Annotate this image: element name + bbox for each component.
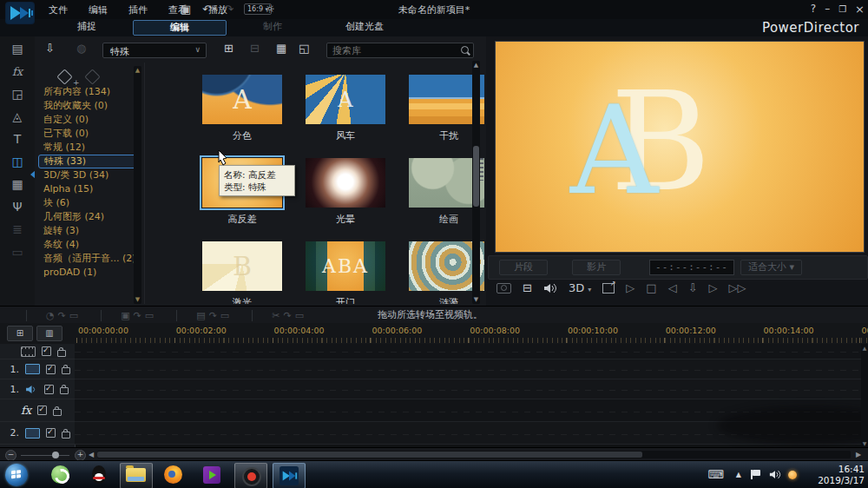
scrollbar-thumb[interactable] bbox=[97, 452, 642, 458]
master-track-lane[interactable] bbox=[75, 344, 861, 359]
undock-preview-icon[interactable] bbox=[602, 283, 615, 293]
tray-expand-icon[interactable]: ▲ bbox=[736, 471, 741, 478]
taskbar-explorer[interactable] bbox=[120, 463, 153, 488]
tray-volume-icon[interactable] bbox=[769, 470, 781, 479]
track-header[interactable]: 1. bbox=[0, 359, 75, 379]
taskbar-media-player[interactable] bbox=[196, 463, 227, 487]
room-icon[interactable]: ▭ bbox=[0, 242, 35, 262]
module-tab[interactable]: 创建光盘 bbox=[319, 19, 411, 36]
room-icon[interactable]: ▤ bbox=[0, 39, 35, 59]
action-center-flag-icon[interactable] bbox=[753, 470, 760, 476]
movie-mode-button[interactable]: 影片 bbox=[572, 260, 621, 275]
scroll-up-icon[interactable]: ▲ bbox=[134, 67, 141, 74]
category-item[interactable]: 特殊 (33) bbox=[38, 155, 139, 168]
scroll-left-icon[interactable]: ◀ bbox=[89, 451, 94, 458]
track-header[interactable] bbox=[0, 344, 75, 359]
track-enable-checkbox[interactable] bbox=[46, 365, 56, 374]
taskbar-powerdirector[interactable] bbox=[273, 463, 306, 488]
drag-action-group[interactable]: ◔↷▭ bbox=[26, 310, 101, 321]
remove-tag-icon[interactable] bbox=[84, 69, 100, 84]
panel-resize-grip[interactable] bbox=[480, 158, 483, 181]
close-button[interactable] bbox=[855, 3, 865, 16]
room-icon[interactable]: fx bbox=[0, 62, 35, 82]
room-icon[interactable]: ▦ bbox=[0, 175, 35, 195]
taskbar-screen-recorder[interactable] bbox=[234, 463, 267, 488]
module-tab[interactable]: 编辑 bbox=[133, 20, 227, 36]
minimize-button[interactable] bbox=[825, 3, 830, 16]
range-select-button[interactable]: ▥ bbox=[36, 326, 62, 341]
taskbar-clock[interactable]: 16:41 2019/3/17 bbox=[818, 464, 865, 486]
category-item[interactable]: 所有内容 (134) bbox=[38, 85, 139, 99]
scroll-down-icon[interactable]: ▼ bbox=[861, 440, 868, 446]
track-enable-checkbox[interactable] bbox=[46, 428, 56, 438]
transport-button[interactable]: ▷ bbox=[626, 281, 635, 294]
import-media-icon[interactable]: ⇩ bbox=[45, 42, 55, 55]
module-tab[interactable]: 制作 bbox=[227, 19, 319, 36]
track-enable-checkbox[interactable] bbox=[42, 346, 51, 356]
category-item[interactable]: 已下载 (0) bbox=[38, 127, 139, 141]
search-icon[interactable] bbox=[461, 46, 469, 54]
zoom-slider-track[interactable] bbox=[21, 455, 69, 456]
timeline-ruler[interactable]: ⊞ ▥ 00:00:00:00 00:00:02:00 00:00:04:00 … bbox=[0, 323, 868, 345]
track-lock-icon[interactable] bbox=[62, 432, 70, 439]
scrollbar-thumb[interactable] bbox=[473, 146, 479, 207]
taskbar-qq[interactable] bbox=[83, 463, 115, 487]
taskbar-browser-360[interactable] bbox=[45, 463, 76, 487]
transport-button[interactable]: ▷ bbox=[709, 281, 718, 294]
new-folder-icon[interactable]: ⊞ bbox=[224, 42, 233, 55]
scroll-down-icon[interactable]: ▼ bbox=[134, 296, 141, 303]
room-icon[interactable]: ◲ bbox=[0, 84, 35, 104]
transition-item[interactable]: 光晕 bbox=[306, 158, 385, 226]
drag-action-group[interactable]: ✂↷▭ bbox=[252, 310, 326, 321]
transition-item[interactable]: A 风车 bbox=[306, 75, 385, 142]
scroll-up-icon[interactable]: ▲ bbox=[861, 345, 868, 351]
remove-folder-icon[interactable]: ⊟ bbox=[250, 42, 260, 55]
scroll-down-icon[interactable]: ▼ bbox=[472, 296, 480, 303]
audio-track-1-lane[interactable] bbox=[75, 379, 861, 399]
add-tag-icon[interactable] bbox=[56, 69, 72, 84]
module-tab[interactable]: 捕捉 bbox=[41, 19, 133, 36]
category-item[interactable]: proDAD (1) bbox=[38, 266, 139, 280]
grid-scrollbar[interactable]: ▲ ▼ bbox=[472, 61, 480, 304]
room-icon[interactable]: T bbox=[0, 129, 35, 149]
3d-mode-dropdown[interactable]: 3D ▾ bbox=[569, 281, 591, 294]
clip-mode-button[interactable]: 片段 bbox=[499, 260, 548, 275]
room-icon[interactable]: ≣ bbox=[0, 220, 35, 240]
zoom-fit-dropdown[interactable]: 适合大小 ▾ bbox=[740, 260, 802, 275]
drag-action-group[interactable]: ▣↷▭ bbox=[101, 310, 176, 321]
library-search-input[interactable] bbox=[331, 43, 456, 57]
transport-button[interactable]: □ bbox=[646, 281, 656, 294]
undock-panel-icon[interactable]: ◱ bbox=[299, 42, 309, 55]
snapshot-camera-icon[interactable] bbox=[496, 283, 511, 293]
volume-speaker-icon[interactable] bbox=[543, 283, 557, 293]
track-lock-icon[interactable] bbox=[62, 367, 70, 374]
category-filter-dropdown[interactable]: 特殊 ∨ bbox=[102, 43, 207, 58]
video-track-1-lane[interactable] bbox=[75, 359, 861, 379]
track-vertical-scrollbar[interactable]: ▲ ▼ bbox=[861, 344, 868, 447]
transition-item[interactable]: ABA 开门 bbox=[306, 241, 385, 304]
category-item[interactable]: Alpha (15) bbox=[38, 182, 139, 196]
category-item[interactable]: 块 (6) bbox=[38, 196, 139, 210]
track-enable-checkbox[interactable] bbox=[37, 406, 47, 415]
track-lock-icon[interactable] bbox=[53, 409, 62, 416]
track-manager-button[interactable]: ⊞ bbox=[7, 326, 33, 341]
category-item[interactable]: 常规 (12) bbox=[38, 141, 139, 155]
track-header[interactable]: fx bbox=[0, 399, 75, 422]
category-item[interactable]: 音频（适用于音... (2) bbox=[38, 252, 139, 266]
restore-button[interactable] bbox=[838, 3, 846, 16]
scroll-up-icon[interactable]: ▲ bbox=[472, 62, 480, 69]
category-item[interactable]: 3D/类 3D (34) bbox=[38, 168, 139, 182]
grid-view-icon[interactable]: ▦ bbox=[276, 42, 286, 55]
transport-button[interactable]: ⇩ bbox=[688, 281, 698, 294]
category-item[interactable]: 我的收藏夹 (0) bbox=[38, 99, 139, 113]
download-content-icon[interactable]: ◍ bbox=[76, 42, 86, 55]
category-item[interactable]: 旋转 (3) bbox=[38, 224, 139, 238]
help-button[interactable]: ? bbox=[811, 3, 816, 16]
category-item[interactable]: 条纹 (4) bbox=[38, 238, 139, 252]
track-enable-checkbox[interactable] bbox=[44, 385, 54, 394]
start-button[interactable] bbox=[5, 464, 28, 486]
transport-button[interactable]: ◁ bbox=[668, 281, 677, 294]
track-lock-icon[interactable] bbox=[60, 387, 69, 394]
timeline-horizontal-scrollbar[interactable] bbox=[97, 451, 851, 458]
room-icon[interactable]: ◬ bbox=[0, 107, 35, 127]
